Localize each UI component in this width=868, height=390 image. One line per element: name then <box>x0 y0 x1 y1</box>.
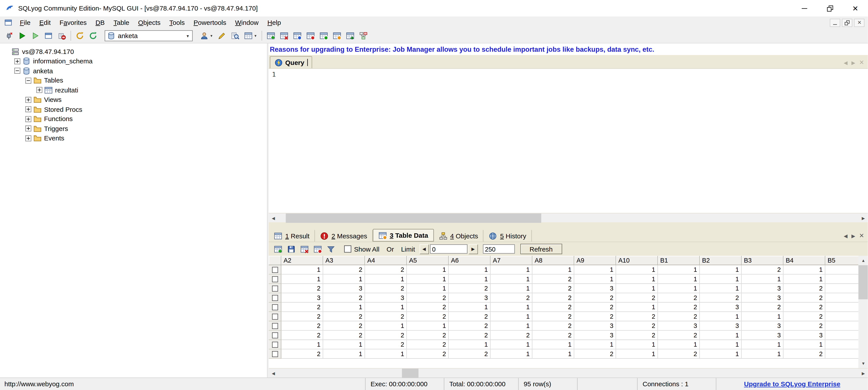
menu-item-edit[interactable]: Edit <box>35 17 55 28</box>
row-selector-cell[interactable] <box>269 312 281 322</box>
scroll-down-icon[interactable]: ▼ <box>859 359 868 368</box>
row-selector-cell[interactable] <box>269 293 281 303</box>
upgrade-banner[interactable]: Reasons for upgrading to Enterprise: Job… <box>269 43 868 55</box>
cell-a8[interactable]: 2 <box>533 331 575 340</box>
column-header-a3[interactable]: A3 <box>323 256 365 265</box>
cell-a9[interactable]: 1 <box>575 265 616 275</box>
cell-a9[interactable]: 2 <box>575 303 616 312</box>
cell-b3[interactable]: 1 <box>742 275 784 284</box>
cell-a10[interactable]: 2 <box>616 331 658 340</box>
cell-a5[interactable]: 1 <box>407 321 449 331</box>
cell-b4[interactable]: 2 <box>784 293 826 303</box>
cell-a10[interactable]: 1 <box>616 350 658 359</box>
cell-a8[interactable]: 2 <box>533 275 575 284</box>
row-checkbox[interactable] <box>272 323 278 329</box>
cell-a10[interactable]: 1 <box>616 303 658 312</box>
tree-item-anketa[interactable]: anketa <box>0 66 267 76</box>
grid-vscroll-track[interactable] <box>859 265 868 359</box>
column-header-b3[interactable]: B3 <box>742 256 784 265</box>
cell-b5[interactable] <box>826 331 859 340</box>
minimize-button[interactable] <box>792 0 817 17</box>
row-selector-cell[interactable] <box>269 303 281 312</box>
cell-b1[interactable]: 1 <box>658 284 700 293</box>
cell-b5[interactable] <box>826 350 859 359</box>
cell-b1[interactable]: 1 <box>658 340 700 350</box>
column-header-a8[interactable]: A8 <box>533 256 575 265</box>
vertical-splitter[interactable] <box>267 43 269 378</box>
tab-table-data[interactable]: 3 Table Data <box>373 229 434 242</box>
menu-item-help[interactable]: Help <box>263 17 285 28</box>
cell-b3[interactable]: 2 <box>742 265 784 275</box>
format-query-icon[interactable] <box>215 30 228 42</box>
cell-a5[interactable]: 2 <box>407 303 449 312</box>
mdi-minimize-button[interactable] <box>830 19 840 27</box>
cell-b2[interactable]: 3 <box>700 321 742 331</box>
column-header-a9[interactable]: A9 <box>575 256 616 265</box>
cell-a2[interactable]: 1 <box>281 340 323 350</box>
tree-expander-plus-icon[interactable] <box>25 135 31 141</box>
next-page-button[interactable]: ▶ <box>468 244 478 254</box>
column-header-a10[interactable]: A10 <box>616 256 658 265</box>
cell-a10[interactable]: 1 <box>616 275 658 284</box>
cell-a9[interactable]: 2 <box>575 312 616 322</box>
delete-row-icon[interactable] <box>278 30 291 42</box>
menu-item-table[interactable]: Table <box>109 17 134 28</box>
cell-a2[interactable]: 2 <box>281 331 323 340</box>
schema-designer-icon[interactable] <box>357 30 370 42</box>
cell-a7[interactable]: 1 <box>491 265 533 275</box>
scroll-left-icon[interactable]: ◀ <box>269 368 278 378</box>
offset-input[interactable] <box>430 244 467 254</box>
dropdown-arrow-icon[interactable]: ▼ <box>254 34 257 37</box>
scroll-right-icon[interactable]: ▶ <box>859 368 868 378</box>
tree-expander-minus-icon[interactable] <box>25 77 31 84</box>
cell-a4[interactable]: 1 <box>365 321 407 331</box>
tree-expander-minus-icon[interactable] <box>14 68 21 74</box>
cell-b1[interactable]: 2 <box>658 303 700 312</box>
mdi-restore-button[interactable] <box>842 19 852 27</box>
create-table-icon[interactable] <box>317 30 330 42</box>
menu-item-tools[interactable]: Tools <box>165 17 189 28</box>
row-checkbox[interactable] <box>272 276 278 282</box>
tree-item-information-schema[interactable]: information_schema <box>0 56 267 66</box>
tree-expander-plus-icon[interactable] <box>25 116 31 122</box>
cell-b2[interactable]: 2 <box>700 293 742 303</box>
delete-rows-icon[interactable] <box>311 243 324 255</box>
cell-a7[interactable]: 1 <box>491 321 533 331</box>
cell-a2[interactable]: 1 <box>281 275 323 284</box>
cell-a6[interactable]: 2 <box>449 321 491 331</box>
cell-a6[interactable]: 1 <box>449 265 491 275</box>
tree-expander-plus-icon[interactable] <box>14 58 21 64</box>
tree-item-views[interactable]: Views <box>0 95 267 104</box>
tree-expander-plus-icon[interactable] <box>36 87 42 93</box>
row-selector-cell[interactable] <box>269 340 281 350</box>
column-header-b4[interactable]: B4 <box>784 256 826 265</box>
cell-b4[interactable]: 2 <box>784 350 826 359</box>
cell-a6[interactable]: 2 <box>449 350 491 359</box>
cell-a9[interactable]: 1 <box>575 340 616 350</box>
cell-b1[interactable]: 2 <box>658 293 700 303</box>
cancel-changes-icon[interactable] <box>298 243 311 255</box>
cell-b1[interactable]: 2 <box>658 331 700 340</box>
scroll-left-icon[interactable]: ◀ <box>269 213 278 223</box>
cell-a5[interactable]: 1 <box>407 275 449 284</box>
cell-b3[interactable]: 3 <box>742 293 784 303</box>
row-selector-cell[interactable] <box>269 321 281 331</box>
column-header-a2[interactable]: A2 <box>281 256 323 265</box>
row-checkbox[interactable] <box>272 314 278 320</box>
cell-a4[interactable]: 1 <box>365 275 407 284</box>
cell-a5[interactable]: 2 <box>407 350 449 359</box>
row-selector-cell[interactable] <box>269 284 281 293</box>
cell-a3[interactable]: 1 <box>323 275 365 284</box>
menu-item-window[interactable]: Window <box>230 17 263 28</box>
row-selector-cell[interactable] <box>269 331 281 340</box>
user-manager-icon[interactable]: ▼ <box>198 30 215 42</box>
cell-b4[interactable]: 3 <box>784 331 826 340</box>
execute-all-queries-icon[interactable] <box>29 30 42 42</box>
cell-a2[interactable]: 3 <box>281 293 323 303</box>
cell-a10[interactable]: 2 <box>616 312 658 322</box>
tab-query[interactable]: Query <box>270 56 312 68</box>
execute-query-icon[interactable] <box>16 30 29 42</box>
cell-b1[interactable]: 2 <box>658 312 700 322</box>
tab-messages[interactable]: 2 Messages <box>315 230 373 242</box>
grid-hscroll-thumb[interactable] <box>402 368 418 378</box>
